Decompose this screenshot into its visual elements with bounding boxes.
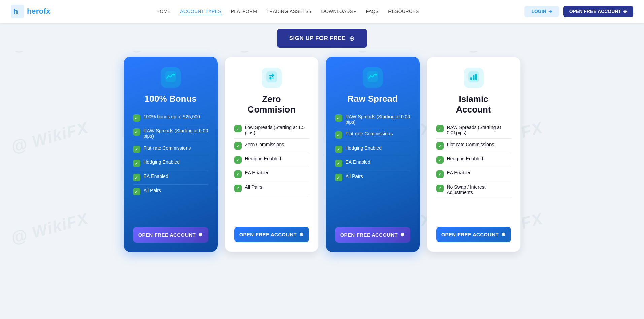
nav-links: HOME ACCOUNT TYPES PLATFORM TRADING ASSE… xyxy=(156,8,419,14)
check-icon: ✓ xyxy=(234,170,242,178)
feature-item: ✓ Flat-rate Commissions xyxy=(436,139,511,153)
logo-part2: fx xyxy=(44,7,51,15)
feature-text: Flat-rate Commissions xyxy=(346,131,393,136)
nav-home[interactable]: HOME xyxy=(156,8,171,14)
feature-item: ✓ Hedging Enabled xyxy=(133,156,208,170)
login-button[interactable]: LOGIN ➜ xyxy=(524,6,559,17)
check-icon: ✓ xyxy=(234,185,242,192)
nav-faqs-link[interactable]: FAQS xyxy=(366,9,379,14)
svg-rect-10 xyxy=(475,74,477,80)
feature-text: Hedging Enabled xyxy=(245,156,281,161)
feature-item: ✓ No Swap / Interest Adjustments xyxy=(436,181,511,198)
check-icon: ✓ xyxy=(436,156,444,164)
chart-star-2-icon xyxy=(367,71,378,84)
chart-star-icon xyxy=(165,71,176,84)
card-bonus-icon-wrap xyxy=(161,67,181,88)
check-icon: ✓ xyxy=(436,125,444,132)
feature-text: 100% bonus up to $25,000 xyxy=(144,114,200,119)
feature-text: Hedging Enabled xyxy=(447,156,483,161)
feature-text: RAW Spreads (Starting at 0.00 pips) xyxy=(144,128,208,139)
nav-platform[interactable]: PLATFORM xyxy=(231,8,257,14)
hero-signup-section: SIGN UP FOR FREE ⊕ xyxy=(0,23,644,51)
login-label: LOGIN xyxy=(531,9,546,14)
signup-label: SIGN UP FOR FREE xyxy=(289,35,346,42)
logo-part1: hero xyxy=(27,7,44,15)
card-zero-open-button[interactable]: OPEN FREE ACCOUNT ⊕ xyxy=(234,227,309,242)
nav-account-types[interactable]: ACCOUNT TYPES xyxy=(180,8,221,14)
card-raw-title: Raw Spread xyxy=(335,94,410,104)
feature-text: Zero Commissions xyxy=(245,142,284,147)
feature-text: RAW Spreads (Starting at 0.00 pips) xyxy=(346,114,410,125)
nav-resources[interactable]: RESOURCES xyxy=(388,8,419,14)
feature-text: Flat-rate Commissions xyxy=(144,145,191,151)
nav-downloads[interactable]: DOWNLOADS xyxy=(321,8,356,14)
feature-text: No Swap / Interest Adjustments xyxy=(447,184,511,195)
main-content: SIGN UP FOR FREE ⊕ 100% Bonus ✓ 1 xyxy=(0,23,644,262)
svg-rect-9 xyxy=(473,75,474,80)
card-islamic-title: IslamicAccount xyxy=(436,94,511,115)
card-islamic-features: ✓ RAW Spreads (Starting at 0.01pips) ✓ F… xyxy=(436,122,511,221)
check-icon: ✓ xyxy=(436,185,444,192)
signup-button[interactable]: SIGN UP FOR FREE ⊕ xyxy=(277,29,367,48)
feature-text: All Pairs xyxy=(144,188,161,193)
card-islamic-icon-wrap xyxy=(464,68,484,88)
check-icon: ✓ xyxy=(335,114,342,122)
open-account-nav-label: OPEN FREE ACCOUNT xyxy=(569,9,621,14)
nav-faqs[interactable]: FAQS xyxy=(366,8,379,14)
card-raw-icon-wrap xyxy=(363,67,383,88)
bar-chart-icon xyxy=(468,71,479,85)
card-zero-features: ✓ Low Spreads (Starting at 1.5 pips) ✓ Z… xyxy=(234,122,309,221)
nav-trading-assets[interactable]: TRADING ASSETS xyxy=(266,8,312,14)
check-icon: ✓ xyxy=(436,142,444,150)
check-icon: ✓ xyxy=(436,170,444,178)
card-raw-open-plus-icon: ⊕ xyxy=(400,232,405,238)
feature-text: Hedging Enabled xyxy=(346,145,382,151)
feature-item: ✓ RAW Spreads (Starting at 0.00 pips) xyxy=(335,111,410,128)
card-zero-commission: ZeroCommision ✓ Low Spreads (Starting at… xyxy=(225,57,319,252)
card-zero-title: ZeroCommision xyxy=(234,94,309,115)
feature-item: ✓ All Pairs xyxy=(133,185,208,198)
card-bonus-open-plus-icon: ⊕ xyxy=(198,232,203,238)
feature-item: ✓ RAW Spreads (Starting at 0.00 pips) xyxy=(133,125,208,142)
open-account-nav-plus-icon: ⊕ xyxy=(623,9,627,14)
feature-item: ✓ RAW Spreads (Starting at 0.01pips) xyxy=(436,122,511,139)
feature-text: All Pairs xyxy=(346,173,363,179)
nav-resources-link[interactable]: RESOURCES xyxy=(388,9,419,14)
card-bonus-open-button[interactable]: OPEN FREE ACCOUNT ⊕ xyxy=(133,227,208,243)
card-islamic-open-button[interactable]: OPEN FREE ACCOUNT ⊕ xyxy=(436,227,511,242)
open-account-nav-button[interactable]: OPEN FREE ACCOUNT ⊕ xyxy=(563,6,633,17)
navbar: h herofx HOME ACCOUNT TYPES PLATFORM TRA… xyxy=(0,0,644,23)
check-icon: ✓ xyxy=(335,174,342,181)
check-icon: ✓ xyxy=(133,128,140,136)
signup-plus-icon: ⊕ xyxy=(349,34,355,42)
nav-downloads-link[interactable]: DOWNLOADS xyxy=(321,9,356,14)
nav-trading-assets-link[interactable]: TRADING ASSETS xyxy=(266,9,312,14)
logo: h herofx xyxy=(11,5,50,18)
feature-item: ✓ Flat-rate Commissions xyxy=(335,128,410,142)
card-raw-features: ✓ RAW Spreads (Starting at 0.00 pips) ✓ … xyxy=(335,111,410,221)
card-zero-icon-wrap xyxy=(262,68,282,88)
svg-rect-8 xyxy=(470,77,472,80)
card-bonus: 100% Bonus ✓ 100% bonus up to $25,000 ✓ … xyxy=(124,57,218,252)
feature-item: ✓ Hedging Enabled xyxy=(335,142,410,156)
card-raw-open-button[interactable]: OPEN FREE ACCOUNT ⊕ xyxy=(335,227,410,243)
nav-account-types-link[interactable]: ACCOUNT TYPES xyxy=(180,9,221,15)
check-icon: ✓ xyxy=(133,146,140,153)
feature-text: Flat-rate Commissions xyxy=(447,142,494,147)
feature-item: ✓ Zero Commissions xyxy=(234,139,309,153)
feature-item: ✓ Low Spreads (Starting at 1.5 pips) xyxy=(234,122,309,139)
card-islamic-open-label: OPEN FREE ACCOUNT xyxy=(441,232,499,237)
feature-text: Low Spreads (Starting at 1.5 pips) xyxy=(245,125,309,135)
card-zero-open-label: OPEN FREE ACCOUNT xyxy=(239,232,297,237)
nav-platform-link[interactable]: PLATFORM xyxy=(231,9,257,14)
check-icon: ✓ xyxy=(234,142,242,150)
feature-item: ✓ EA Enabled xyxy=(436,167,511,181)
swap-icon xyxy=(266,71,277,85)
nav-home-link[interactable]: HOME xyxy=(156,9,171,14)
feature-item: ✓ EA Enabled xyxy=(133,170,208,185)
feature-text: EA Enabled xyxy=(346,159,370,165)
feature-item: ✓ Hedging Enabled xyxy=(234,153,309,167)
feature-item: ✓ All Pairs xyxy=(335,170,410,184)
feature-item: ✓ EA Enabled xyxy=(335,156,410,170)
login-arrow-icon: ➜ xyxy=(548,9,552,14)
